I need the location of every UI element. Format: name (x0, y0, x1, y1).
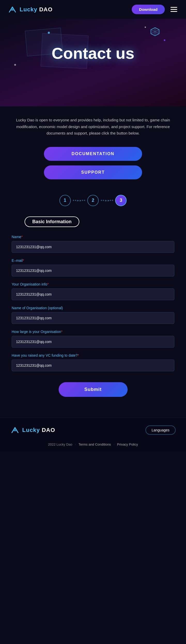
connector-arrow: » (105, 199, 107, 202)
hero-title: Contact us (10, 45, 176, 62)
connector-dot (110, 200, 111, 201)
org-size-label: How large is your Organisation* (12, 330, 174, 334)
description-section: Lucky Dao is open to everyone and provid… (0, 106, 186, 142)
submit-button[interactable]: Submit (59, 382, 128, 397)
connector-dot (101, 200, 102, 201)
privacy-link[interactable]: Privacy Policy (117, 442, 138, 446)
svg-marker-0 (151, 28, 159, 36)
submit-wrap: Submit (12, 377, 174, 407)
basic-info-badge: Basic Information (25, 216, 79, 227)
hero-dot3 (14, 64, 16, 66)
connector-arrow: » (77, 199, 79, 202)
connector-dot (73, 200, 74, 201)
org-size-field-group: How large is your Organisation* (12, 330, 174, 348)
header: Lucky DAO Download (0, 0, 186, 19)
connector-dot (84, 200, 85, 201)
svg-line-3 (151, 30, 159, 34)
logo-text: Lucky DAO (20, 6, 53, 13)
step-2[interactable]: 2 (87, 195, 99, 206)
stepper: 1 » » 2 » » 3 (0, 185, 186, 211)
hero-cube-icon (150, 27, 160, 37)
step-connector-2: » » (101, 199, 113, 202)
footer-separator: · (75, 442, 76, 446)
step-connector-1: » » (73, 199, 85, 202)
logo: Lucky DAO (8, 5, 53, 14)
org-name-input[interactable] (12, 312, 174, 324)
header-right: Download (132, 5, 178, 14)
connector-dot (75, 200, 76, 201)
hamburger-line (171, 7, 177, 8)
documentation-button[interactable]: DOCUMENTATION (44, 147, 142, 161)
step-3[interactable]: 3 (115, 195, 127, 206)
org-name-label: Name of Organisation (optional) (12, 306, 174, 310)
org-info-field-group: Your Organisation info* (12, 282, 174, 300)
required-indicator: * (47, 282, 49, 286)
connector-arrow: » (107, 199, 109, 202)
languages-button[interactable]: Languages (145, 425, 176, 435)
download-button[interactable]: Download (132, 5, 165, 14)
form-section: Basic Information Name* E–mail* Your Org… (0, 211, 186, 417)
required-indicator: * (78, 353, 79, 357)
hero-bg (0, 19, 186, 106)
logo-icon (8, 5, 17, 14)
email-input[interactable] (12, 265, 174, 277)
connector-dot (82, 200, 83, 201)
footer-logo-icon (10, 425, 20, 435)
vc-input[interactable] (12, 359, 174, 371)
name-label: Name* (12, 235, 174, 239)
org-name-field-group: Name of Organisation (optional) (12, 306, 174, 324)
required-indicator: * (23, 258, 24, 263)
email-label: E–mail* (12, 258, 174, 263)
footer-separator: · (113, 442, 114, 446)
email-field-group: E–mail* (12, 258, 174, 277)
vc-label: Have you raised any VC funding to date?* (12, 353, 174, 357)
support-button[interactable]: SUPPORT (44, 165, 142, 179)
hamburger-line (171, 9, 177, 10)
org-info-label: Your Organisation info* (12, 282, 174, 286)
svg-line-2 (151, 30, 159, 34)
connector-dot (103, 200, 104, 201)
hero-section: Contact us (0, 19, 186, 106)
footer-links: 2022 Lucky Dao · Terms and Conditions · … (10, 440, 176, 446)
hamburger-menu[interactable] (169, 6, 178, 13)
hero-dot2 (164, 39, 165, 41)
terms-link[interactable]: Terms and Conditions (79, 442, 111, 446)
name-field-group: Name* (12, 235, 174, 253)
vc-field-group: Have you raised any VC funding to date?* (12, 353, 174, 371)
footer-top: Lucky DAO Languages (10, 425, 176, 435)
footer: Lucky DAO Languages 2022 Lucky Dao · Ter… (0, 417, 186, 451)
buttons-section: DOCUMENTATION SUPPORT (0, 142, 186, 185)
required-indicator: * (21, 235, 22, 239)
org-size-input[interactable] (12, 336, 174, 348)
footer-copyright: 2022 Lucky Dao (48, 442, 72, 446)
footer-logo-text: Lucky DAO (22, 427, 55, 433)
name-input[interactable] (12, 241, 174, 253)
required-indicator: * (61, 330, 62, 334)
step-1[interactable]: 1 (59, 195, 71, 206)
hamburger-line (171, 11, 177, 12)
description-text: Lucky Dao is open to everyone and provid… (16, 117, 171, 137)
hero-dot1 (48, 32, 50, 34)
footer-logo: Lucky DAO (10, 425, 55, 435)
connector-dot (112, 200, 113, 201)
hero-dot4 (145, 27, 146, 28)
org-info-input[interactable] (12, 288, 174, 300)
connector-arrow: » (79, 199, 81, 202)
